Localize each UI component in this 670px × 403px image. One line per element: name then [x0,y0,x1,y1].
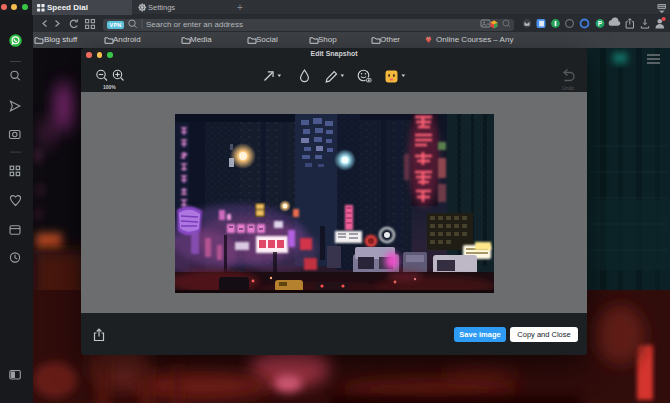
svg-text:P: P [598,20,603,27]
